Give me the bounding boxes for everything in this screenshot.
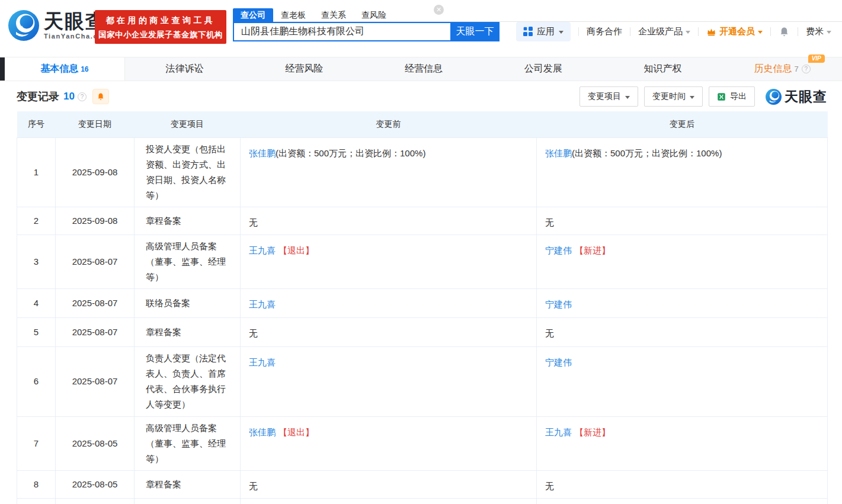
tab-basic-info[interactable]: 基本信息 16: [5, 57, 125, 81]
cell-change-item: 负责人变更（法定代表人、负责人、首席代表、合伙事务执行人等变更）: [135, 346, 241, 416]
col-header-item: 变更项目: [135, 111, 241, 137]
cell-change-item: 负责人变更（法定代表人、负责人、首席代表、合伙事务执行人等变更）: [135, 498, 241, 504]
cell-change-date: 2025-08-07: [56, 317, 135, 346]
menu-vip[interactable]: 开通会员: [706, 26, 763, 37]
vip-label: 开通会员: [719, 26, 755, 37]
cell-change-after: 张佳鹏(出资额：500万元；出资比例：100%): [537, 137, 828, 207]
tab-company-development[interactable]: 公司发展: [484, 57, 603, 81]
cell-serial-number: 6: [17, 346, 56, 416]
divider: [798, 27, 798, 36]
vip-badge: VIP: [808, 54, 825, 63]
section-count: 10: [63, 91, 75, 102]
divider: [698, 27, 699, 36]
help-icon[interactable]: ?: [802, 65, 811, 73]
cell-change-date: 2025-08-05: [56, 470, 135, 498]
person-link[interactable]: 王九喜: [249, 245, 276, 255]
search-tab-relation[interactable]: 查关系: [313, 8, 354, 22]
apps-label: 应用: [537, 26, 555, 37]
cell-change-date: 2025-09-08: [56, 137, 135, 207]
tianyancha-watermark: 天眼查: [766, 88, 827, 106]
change-records-section-bar: 变更记录 10 ? 变更项目 变更时间 导出: [17, 86, 827, 107]
person-link[interactable]: 王九喜: [545, 427, 572, 437]
cell-serial-number: 9: [17, 498, 56, 504]
tab-legal[interactable]: 法律诉讼: [125, 57, 245, 81]
tab-business-info[interactable]: 经营信息: [364, 57, 484, 81]
filter-label: 变更时间: [652, 91, 686, 102]
cell-change-after: 无: [537, 207, 828, 235]
col-header-before: 变更前: [241, 111, 537, 137]
cell-text: 无: [249, 481, 258, 491]
divider: [630, 27, 630, 36]
person-link[interactable]: 王九喜: [249, 299, 276, 309]
search-input[interactable]: [233, 22, 450, 41]
person-link[interactable]: 张佳鹏: [545, 148, 572, 158]
cell-change-after: 宁建伟: [537, 346, 828, 416]
cell-text: 【新进】: [575, 427, 610, 437]
subscribe-bell-button[interactable]: [92, 89, 109, 104]
search-button[interactable]: 天眼一下: [450, 22, 500, 41]
cell-change-after: 王九喜【新进】: [537, 416, 828, 470]
table-row: 1 2025-09-08 投资人变更（包括出资额、出资方式、出资日期、投资人名称…: [17, 137, 828, 207]
person-link[interactable]: 宁建伟: [545, 357, 572, 367]
cell-change-before: 无: [241, 207, 537, 235]
cell-change-item: 高级管理人员备案（董事、监事、经理等）: [135, 416, 241, 470]
search-tab-company[interactable]: 查公司: [233, 8, 273, 22]
section-title: 变更记录: [17, 89, 59, 104]
tianyancha-watermark-icon: [766, 89, 782, 105]
col-header-no: 序号: [17, 111, 56, 137]
slogan-banner: 都在用的商业查询工具 国家中小企业发展子基金旗下机构: [95, 10, 226, 44]
search-tabs: 查公司 查老板 查关系 查风险: [233, 8, 394, 22]
person-link[interactable]: 张佳鹏: [249, 148, 276, 158]
col-header-date: 变更日期: [56, 111, 135, 137]
top-header: 天眼查 TianYanCha.com 都在用的商业查询工具 国家中小企业发展子基…: [0, 0, 842, 57]
tab-label: 经营风险: [285, 63, 323, 75]
table-row: 8 2025-08-05 章程备案 无 无: [17, 470, 828, 498]
cell-change-item: 高级管理人员备案（董事、监事、经理等）: [135, 235, 241, 288]
person-link[interactable]: 宁建伟: [545, 299, 572, 309]
cell-text: 无: [249, 217, 258, 227]
chevron-down-icon: [827, 31, 831, 34]
clear-icon[interactable]: ✕: [434, 5, 444, 15]
help-icon[interactable]: ?: [78, 92, 87, 101]
top-right-menu: 应用 商务合作 企业级产品 开通会员 费米: [516, 21, 831, 42]
chevron-down-icon: [625, 96, 630, 99]
filter-change-item-button[interactable]: 变更项目: [580, 86, 638, 107]
table-row: 4 2025-08-07 联络员备案 王九喜 宁建伟: [17, 288, 828, 317]
notification-bell-icon[interactable]: [779, 26, 790, 37]
cell-text: 无: [545, 328, 554, 338]
cell-text: 【新进】: [575, 245, 610, 255]
person-link[interactable]: 张佳鹏: [249, 427, 276, 437]
cell-change-date: 2025-08-07: [56, 346, 135, 416]
apps-menu[interactable]: 应用: [516, 22, 571, 41]
tianyancha-logo-icon: [8, 10, 39, 41]
cell-change-date: 2025-08-05: [56, 416, 135, 470]
tab-label: 历史信息: [754, 63, 792, 75]
tab-intellectual-property[interactable]: 知识产权: [603, 57, 723, 81]
person-link[interactable]: 王九喜: [249, 357, 276, 367]
menu-enterprise[interactable]: 企业级产品: [638, 26, 690, 37]
cell-change-before: 张佳鹏: [241, 498, 537, 504]
cell-change-item: 联络员备案: [135, 288, 241, 317]
table-row: 7 2025-08-05 高级管理人员备案（董事、监事、经理等） 张佳鹏【退出】…: [17, 416, 828, 470]
table-row: 6 2025-08-07 负责人变更（法定代表人、负责人、首席代表、合伙事务执行…: [17, 346, 828, 416]
cell-text: (出资额：500万元；出资比例：100%): [572, 148, 722, 158]
export-button[interactable]: 导出: [709, 86, 755, 107]
chevron-down-icon: [559, 31, 564, 34]
cell-text: 无: [249, 328, 258, 338]
watermark-text: 天眼查: [785, 88, 827, 106]
cell-change-after: 宁建伟【新进】: [537, 235, 828, 288]
table-row: 3 2025-08-07 高级管理人员备案（董事、监事、经理等） 王九喜【退出】…: [17, 235, 828, 288]
change-records-table: 序号 变更日期 变更项目 变更前 变更后 1 2025-09-08 投资人变更（…: [17, 111, 828, 504]
tab-operating-risk[interactable]: 经营风险: [244, 57, 364, 81]
filter-change-time-button[interactable]: 变更时间: [644, 86, 703, 107]
person-link[interactable]: 宁建伟: [545, 245, 572, 255]
search-tab-risk[interactable]: 查风险: [354, 8, 394, 22]
menu-cooperation[interactable]: 商务合作: [587, 26, 622, 37]
search-tab-boss[interactable]: 查老板: [273, 8, 313, 22]
cell-change-before: 张佳鹏【退出】: [241, 416, 537, 470]
chevron-down-icon: [686, 31, 690, 34]
tab-history-info[interactable]: 历史信息 VIP 7 ?: [722, 57, 842, 81]
cell-change-before: 无: [241, 317, 537, 346]
cell-change-before: 王九喜: [241, 346, 537, 416]
user-menu[interactable]: 费米: [806, 26, 831, 37]
